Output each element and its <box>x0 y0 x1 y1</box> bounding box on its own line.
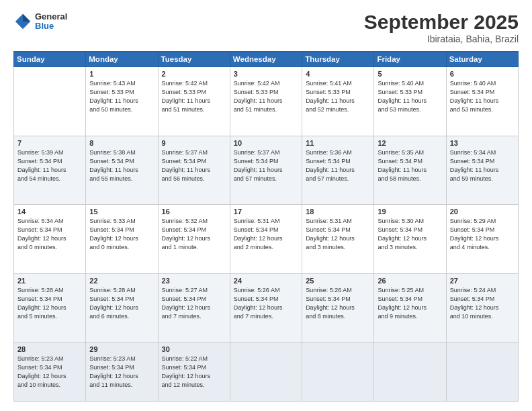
day-info: Sunrise: 5:39 AMSunset: 5:34 PMDaylight:… <box>17 148 82 183</box>
day-info: Sunrise: 5:43 AMSunset: 5:33 PMDaylight:… <box>89 79 154 114</box>
calendar-cell: 20Sunrise: 5:29 AMSunset: 5:34 PMDayligh… <box>446 205 518 274</box>
day-number: 21 <box>17 277 82 285</box>
day-number: 1 <box>89 70 154 78</box>
calendar-cell: 26Sunrise: 5:25 AMSunset: 5:34 PMDayligh… <box>374 273 446 342</box>
day-number: 18 <box>306 208 370 216</box>
day-number: 24 <box>234 277 298 285</box>
logo-icon <box>13 12 32 31</box>
day-number: 9 <box>162 139 226 147</box>
calendar-cell: 10Sunrise: 5:37 AMSunset: 5:34 PMDayligh… <box>230 136 302 205</box>
day-number: 3 <box>234 70 298 78</box>
day-number: 23 <box>162 277 226 285</box>
day-info: Sunrise: 5:41 AMSunset: 5:33 PMDaylight:… <box>306 79 370 114</box>
day-info: Sunrise: 5:23 AMSunset: 5:34 PMDaylight:… <box>17 355 82 390</box>
day-info: Sunrise: 5:28 AMSunset: 5:34 PMDaylight:… <box>89 286 154 321</box>
day-info: Sunrise: 5:24 AMSunset: 5:34 PMDaylight:… <box>450 286 515 321</box>
calendar-cell: 5Sunrise: 5:40 AMSunset: 5:33 PMDaylight… <box>374 67 446 136</box>
col-sunday: Sunday <box>14 52 86 67</box>
svg-marker-1 <box>23 14 30 21</box>
col-thursday: Thursday <box>302 52 374 67</box>
calendar-cell: 17Sunrise: 5:31 AMSunset: 5:34 PMDayligh… <box>230 205 302 274</box>
calendar-cell <box>230 342 302 402</box>
col-friday: Friday <box>374 52 446 67</box>
calendar-cell: 24Sunrise: 5:26 AMSunset: 5:34 PMDayligh… <box>230 273 302 342</box>
day-number: 11 <box>306 139 370 147</box>
calendar-cell <box>374 342 446 402</box>
calendar-week-1: 1Sunrise: 5:43 AMSunset: 5:33 PMDaylight… <box>14 67 519 136</box>
col-wednesday: Wednesday <box>230 52 302 67</box>
calendar-cell: 15Sunrise: 5:33 AMSunset: 5:34 PMDayligh… <box>86 205 158 274</box>
calendar-cell <box>446 342 518 402</box>
day-info: Sunrise: 5:23 AMSunset: 5:34 PMDaylight:… <box>89 355 154 390</box>
calendar-cell: 16Sunrise: 5:32 AMSunset: 5:34 PMDayligh… <box>158 205 230 274</box>
day-info: Sunrise: 5:36 AMSunset: 5:34 PMDaylight:… <box>306 148 370 183</box>
calendar-week-3: 14Sunrise: 5:34 AMSunset: 5:34 PMDayligh… <box>14 205 519 274</box>
calendar-week-4: 21Sunrise: 5:28 AMSunset: 5:34 PMDayligh… <box>14 273 519 342</box>
day-number: 16 <box>162 208 226 216</box>
logo-line2: Blue <box>35 21 67 31</box>
calendar-cell: 13Sunrise: 5:34 AMSunset: 5:34 PMDayligh… <box>446 136 518 205</box>
day-number: 7 <box>17 139 82 147</box>
calendar-cell: 14Sunrise: 5:34 AMSunset: 5:34 PMDayligh… <box>14 205 86 274</box>
day-number: 15 <box>89 208 154 216</box>
calendar-cell: 25Sunrise: 5:26 AMSunset: 5:34 PMDayligh… <box>302 273 374 342</box>
day-number: 20 <box>450 208 515 216</box>
day-info: Sunrise: 5:37 AMSunset: 5:34 PMDaylight:… <box>162 148 226 183</box>
day-number: 2 <box>162 70 226 78</box>
day-number: 13 <box>450 139 515 147</box>
calendar-table: Sunday Monday Tuesday Wednesday Thursday… <box>13 51 519 402</box>
header: General Blue September 2025 Ibirataia, B… <box>13 12 519 44</box>
col-saturday: Saturday <box>446 52 518 67</box>
day-info: Sunrise: 5:33 AMSunset: 5:34 PMDaylight:… <box>89 217 154 252</box>
calendar-cell: 7Sunrise: 5:39 AMSunset: 5:34 PMDaylight… <box>14 136 86 205</box>
calendar-cell <box>14 67 86 136</box>
calendar-cell: 23Sunrise: 5:27 AMSunset: 5:34 PMDayligh… <box>158 273 230 342</box>
day-info: Sunrise: 5:28 AMSunset: 5:34 PMDaylight:… <box>17 286 82 321</box>
day-info: Sunrise: 5:30 AMSunset: 5:34 PMDaylight:… <box>378 217 442 252</box>
day-number: 29 <box>89 345 154 353</box>
day-number: 5 <box>378 70 442 78</box>
day-number: 25 <box>306 277 370 285</box>
calendar-cell <box>302 342 374 402</box>
logo: General Blue <box>13 12 67 32</box>
day-info: Sunrise: 5:35 AMSunset: 5:34 PMDaylight:… <box>378 148 442 183</box>
calendar-cell: 19Sunrise: 5:30 AMSunset: 5:34 PMDayligh… <box>374 205 446 274</box>
logo-line1: General <box>35 12 67 21</box>
day-number: 22 <box>89 277 154 285</box>
day-number: 6 <box>450 70 515 78</box>
day-number: 26 <box>378 277 442 285</box>
day-number: 8 <box>89 139 154 147</box>
calendar-cell: 21Sunrise: 5:28 AMSunset: 5:34 PMDayligh… <box>14 273 86 342</box>
calendar-cell: 28Sunrise: 5:23 AMSunset: 5:34 PMDayligh… <box>14 342 86 402</box>
calendar-week-2: 7Sunrise: 5:39 AMSunset: 5:34 PMDaylight… <box>14 136 519 205</box>
calendar-title: September 2025 <box>364 12 519 32</box>
day-number: 30 <box>162 345 226 353</box>
day-number: 28 <box>17 345 82 353</box>
title-block: September 2025 Ibirataia, Bahia, Brazil <box>364 12 519 44</box>
day-number: 4 <box>306 70 370 78</box>
calendar-cell: 29Sunrise: 5:23 AMSunset: 5:34 PMDayligh… <box>86 342 158 402</box>
day-number: 12 <box>378 139 442 147</box>
calendar-cell: 6Sunrise: 5:40 AMSunset: 5:34 PMDaylight… <box>446 67 518 136</box>
day-info: Sunrise: 5:42 AMSunset: 5:33 PMDaylight:… <box>234 79 298 114</box>
calendar-subtitle: Ibirataia, Bahia, Brazil <box>364 34 519 44</box>
day-info: Sunrise: 5:29 AMSunset: 5:34 PMDaylight:… <box>450 217 515 252</box>
day-info: Sunrise: 5:40 AMSunset: 5:34 PMDaylight:… <box>450 79 515 114</box>
day-info: Sunrise: 5:34 AMSunset: 5:34 PMDaylight:… <box>17 217 82 252</box>
day-number: 17 <box>234 208 298 216</box>
day-info: Sunrise: 5:38 AMSunset: 5:34 PMDaylight:… <box>89 148 154 183</box>
calendar-cell: 1Sunrise: 5:43 AMSunset: 5:33 PMDaylight… <box>86 67 158 136</box>
day-info: Sunrise: 5:40 AMSunset: 5:33 PMDaylight:… <box>378 79 442 114</box>
day-info: Sunrise: 5:27 AMSunset: 5:34 PMDaylight:… <box>162 286 226 321</box>
calendar-cell: 12Sunrise: 5:35 AMSunset: 5:34 PMDayligh… <box>374 136 446 205</box>
calendar-cell: 4Sunrise: 5:41 AMSunset: 5:33 PMDaylight… <box>302 67 374 136</box>
calendar-cell: 27Sunrise: 5:24 AMSunset: 5:34 PMDayligh… <box>446 273 518 342</box>
calendar-cell: 30Sunrise: 5:22 AMSunset: 5:34 PMDayligh… <box>158 342 230 402</box>
day-info: Sunrise: 5:26 AMSunset: 5:34 PMDaylight:… <box>306 286 370 321</box>
day-info: Sunrise: 5:31 AMSunset: 5:34 PMDaylight:… <box>234 217 298 252</box>
day-info: Sunrise: 5:26 AMSunset: 5:34 PMDaylight:… <box>234 286 298 321</box>
day-number: 19 <box>378 208 442 216</box>
calendar-week-5: 28Sunrise: 5:23 AMSunset: 5:34 PMDayligh… <box>14 342 519 402</box>
calendar-cell: 3Sunrise: 5:42 AMSunset: 5:33 PMDaylight… <box>230 67 302 136</box>
day-info: Sunrise: 5:22 AMSunset: 5:34 PMDaylight:… <box>162 355 226 390</box>
